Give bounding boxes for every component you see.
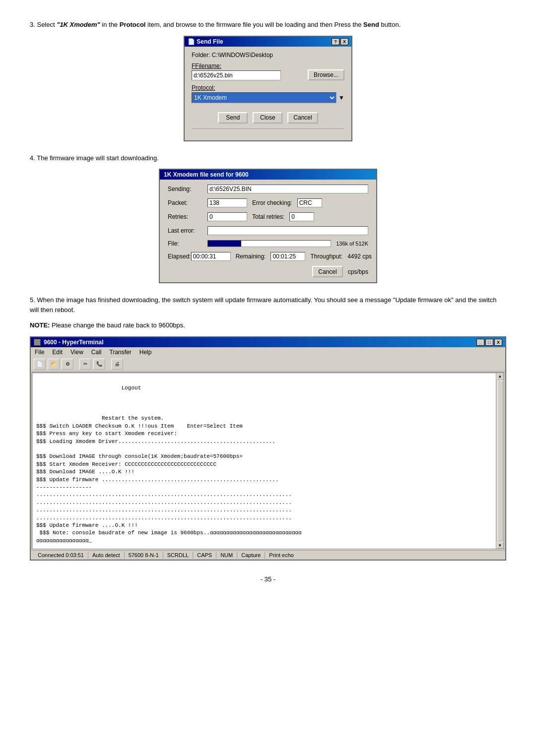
close-button[interactable]: Close (253, 112, 282, 124)
packet-row: Packet: Error checking: (168, 198, 368, 207)
scroll-down-icon[interactable]: ▼ (497, 542, 504, 549)
step-4-body: The firmware image will start downloadin… (37, 154, 159, 162)
retries-label: Retries: (168, 213, 207, 220)
elapsed-pair: Remaining: Throughput: 4492 cps (191, 252, 372, 261)
send-file-title-icon: 📄 (188, 38, 197, 45)
hyper-titlebar-controls: _ □ X (476, 339, 502, 346)
remaining-input[interactable] (270, 252, 305, 261)
note-body: Please change the baud rate back to 9600… (50, 321, 185, 329)
step-4-text: 4. The firmware image will start downloa… (30, 153, 506, 163)
terminal-content: Logout Restart the system. $$$ Switch LO… (36, 377, 500, 545)
page-number: - 35 - (30, 575, 506, 583)
status-print-echo: Print echo (265, 552, 298, 559)
hyper-toolbar: 📄 📂 ⚙ ✂ 📞 🖨 (31, 357, 505, 372)
cancel-button[interactable]: Cancel (287, 112, 318, 124)
sending-input[interactable] (207, 185, 368, 193)
status-caps: CAPS (193, 552, 216, 559)
protocol-row: Protocol: 1K Xmodem ▼ (192, 84, 344, 103)
elapsed-label: Elapsed: (168, 253, 191, 260)
step-3: 3. Select "1K Xmodem" in the Protocol it… (30, 20, 506, 141)
xmodem-titlebar: 1K Xmodem file send for 9600 (160, 170, 376, 180)
send-file-title: 📄 Send File (188, 38, 223, 45)
filename-input[interactable] (192, 70, 281, 80)
dropdown-arrow-icon: ▼ (338, 94, 344, 101)
retries-pair: Total retries: (207, 212, 314, 221)
minimize-button[interactable]: _ (476, 339, 484, 346)
menu-transfer[interactable]: Transfer (108, 348, 134, 356)
terminal-scrollbar[interactable]: ▲ ▼ (496, 373, 504, 549)
toolbar-new-icon[interactable]: 📄 (34, 359, 46, 370)
status-connected: Connected 0:03:51 (34, 552, 88, 559)
xmodem-buttons: Cancel cps/bps (168, 266, 368, 277)
send-file-dialog: 📄 Send File ? X Folder: C:\WINDOWS\Deskt… (184, 36, 352, 141)
xmodem-dialog-container: 1K Xmodem file send for 9600 Sending: Pa… (30, 169, 506, 283)
sending-label: Sending: (168, 186, 207, 192)
hyper-titlebar: 9600 - HyperTerminal _ □ X (31, 337, 505, 347)
status-auto-detect: Auto detect (88, 552, 125, 559)
toolbar-dial1-icon[interactable]: 📞 (93, 359, 105, 370)
step-3-bold-italic: "1K Xmodem" (57, 21, 100, 28)
throughput-label: Throughput: (310, 253, 342, 260)
filename-label: FFilename: (192, 63, 304, 69)
help-button[interactable]: ? (332, 38, 339, 45)
send-file-body: Folder: C:\WINDOWS\Desktop FFilename: Br… (185, 47, 351, 140)
step-5-body: When the image has finished downloading,… (30, 296, 496, 314)
status-scroll: SCRDLL (163, 552, 193, 559)
menu-file[interactable]: File (33, 348, 46, 356)
cpsbps-label: cps/bps (348, 268, 368, 275)
total-retries-input[interactable] (289, 212, 314, 221)
filename-row: FFilename: Browse... (192, 63, 344, 80)
scroll-thumb[interactable] (497, 380, 503, 542)
xmodem-title: 1K Xmodem file send for 9600 (164, 171, 249, 178)
elapsed-input[interactable] (191, 252, 231, 261)
menu-edit[interactable]: Edit (50, 348, 65, 356)
menu-help[interactable]: Help (137, 348, 154, 356)
status-num: NUM (216, 552, 237, 559)
step-5-number: 5. (30, 296, 35, 304)
toolbar-properties-icon[interactable]: ⚙ (62, 359, 73, 370)
xmodem-dialog: 1K Xmodem file send for 9600 Sending: Pa… (159, 169, 377, 283)
total-retries-label: Total retries: (252, 213, 284, 220)
throughput-value: 4492 cps (347, 253, 372, 260)
protocol-select-wrap: 1K Xmodem ▼ (192, 92, 344, 103)
status-capture: Capture (237, 552, 265, 559)
sending-value-wrap (207, 185, 368, 193)
toolbar-open-icon[interactable]: 📂 (48, 359, 60, 370)
retries-row: Retries: Total retries: (168, 212, 368, 221)
note-label: NOTE: (30, 321, 50, 329)
protocol-label: Protocol: (192, 84, 344, 91)
step-5: 5. When the image has finished downloadi… (30, 295, 506, 561)
close-window-button[interactable]: X (340, 38, 348, 45)
filename-field-group: FFilename: (192, 63, 304, 80)
file-label: File: (168, 240, 207, 247)
hyper-title: 9600 - HyperTerminal (44, 339, 104, 346)
hyper-title-left: 9600 - HyperTerminal (34, 339, 104, 346)
elapsed-row: Elapsed: Remaining: Throughput: 4492 cps (168, 252, 368, 261)
last-error-input[interactable] (207, 226, 368, 235)
step-3-protocol: Protocol (120, 21, 146, 28)
toolbar-printer-icon[interactable]: 🖨 (111, 359, 123, 370)
menu-call[interactable]: Call (89, 348, 104, 356)
toolbar-disconnect-icon[interactable]: ✂ (79, 359, 91, 370)
xmodem-cancel-button[interactable]: Cancel (312, 266, 342, 277)
note: NOTE: Please change the baud rate back t… (30, 320, 506, 330)
dialog-buttons: Send Close Cancel (192, 109, 344, 126)
packet-input[interactable] (207, 198, 247, 207)
hyper-terminal-body: Logout Restart the system. $$$ Switch LO… (32, 373, 504, 550)
error-checking-label: Error checking: (252, 199, 292, 206)
restore-button[interactable]: □ (485, 339, 493, 346)
retries-input[interactable] (207, 212, 247, 221)
hyper-statusbar: Connected 0:03:51 Auto detect 57600 8-N-… (31, 550, 505, 560)
close-hyper-button[interactable]: X (494, 339, 502, 346)
send-file-dialog-container: 📄 Send File ? X Folder: C:\WINDOWS\Deskt… (30, 36, 506, 141)
send-button[interactable]: Send (218, 112, 248, 124)
folder-label: Folder: C:\WINDOWS\Desktop (192, 52, 273, 59)
hyper-menubar: File Edit View Call Transfer Help (31, 347, 505, 357)
protocol-select[interactable]: 1K Xmodem (192, 92, 336, 103)
packet-pair: Error checking: (207, 198, 322, 207)
error-checking-input[interactable] (297, 198, 322, 207)
scroll-up-icon[interactable]: ▲ (497, 373, 504, 380)
browse-button[interactable]: Browse... (308, 69, 344, 80)
menu-view[interactable]: View (68, 348, 85, 356)
step-3-send: Send (363, 21, 379, 28)
